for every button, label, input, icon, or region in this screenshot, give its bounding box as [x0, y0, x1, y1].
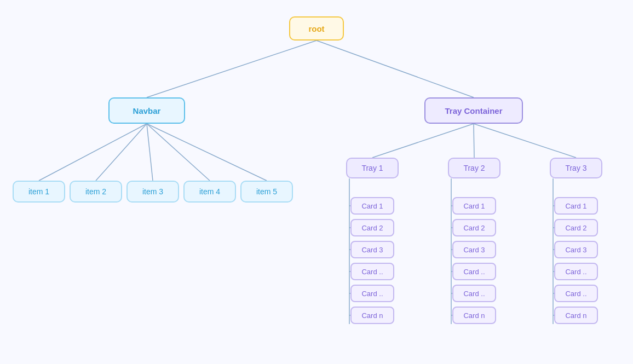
tray2-card-2: Card 2 — [452, 219, 496, 236]
item3-label: item 3 — [142, 187, 163, 196]
svg-line-4 — [147, 124, 153, 181]
tray3-card-2: Card 2 — [554, 219, 598, 236]
tree-diagram: root Navbar Tray Container item 1 item 2… — [0, 0, 633, 364]
tray2-card-1: Card 1 — [452, 197, 496, 215]
tray-3-node: Tray 3 — [550, 158, 602, 178]
svg-line-7 — [372, 124, 474, 158]
tray3-card-5: Card .. — [554, 285, 598, 302]
tray-2-node: Tray 2 — [448, 158, 500, 178]
tray2-card-3: Card 3 — [452, 241, 496, 258]
tray1-card-4: Card .. — [350, 263, 394, 280]
tray1-card-5: Card .. — [350, 285, 394, 302]
item4-label: item 4 — [199, 187, 220, 196]
tray2-card-6: Card n — [452, 307, 496, 324]
tray-container-node: Tray Container — [424, 97, 523, 124]
tray3-card-1: Card 1 — [554, 197, 598, 215]
tray-container-label: Tray Container — [445, 106, 502, 115]
svg-line-3 — [96, 124, 147, 181]
navbar-item-3: item 3 — [126, 181, 179, 203]
navbar-item-1: item 1 — [13, 181, 65, 203]
root-node: root — [289, 16, 344, 41]
tray2-card-4: Card .. — [452, 263, 496, 280]
root-label: root — [308, 24, 324, 33]
svg-line-2 — [39, 124, 147, 181]
tray1-card-1: Card 1 — [350, 197, 394, 215]
tray3-card-6: Card n — [554, 307, 598, 324]
navbar-item-4: item 4 — [183, 181, 236, 203]
navbar-item-2: item 2 — [70, 181, 122, 203]
svg-line-9 — [474, 124, 576, 158]
item2-label: item 2 — [85, 187, 106, 196]
tray3-card-4: Card .. — [554, 263, 598, 280]
tray-1-node: Tray 1 — [346, 158, 399, 178]
tray1-card-2: Card 2 — [350, 219, 394, 236]
item5-label: item 5 — [256, 187, 277, 196]
tray3-label: Tray 3 — [565, 164, 586, 172]
tray1-card-6: Card n — [350, 307, 394, 324]
svg-line-1 — [316, 41, 474, 97]
svg-line-8 — [474, 124, 474, 158]
navbar-label: Navbar — [133, 106, 161, 115]
tray2-label: Tray 2 — [463, 164, 485, 172]
tray3-card-3: Card 3 — [554, 241, 598, 258]
navbar-node: Navbar — [108, 97, 185, 124]
item1-label: item 1 — [28, 187, 49, 196]
navbar-item-5: item 5 — [240, 181, 293, 203]
svg-line-5 — [147, 124, 210, 181]
tray1-label: Tray 1 — [361, 164, 383, 172]
svg-line-0 — [147, 41, 316, 97]
tray2-card-5: Card .. — [452, 285, 496, 302]
tray1-card-3: Card 3 — [350, 241, 394, 258]
svg-line-6 — [147, 124, 267, 181]
